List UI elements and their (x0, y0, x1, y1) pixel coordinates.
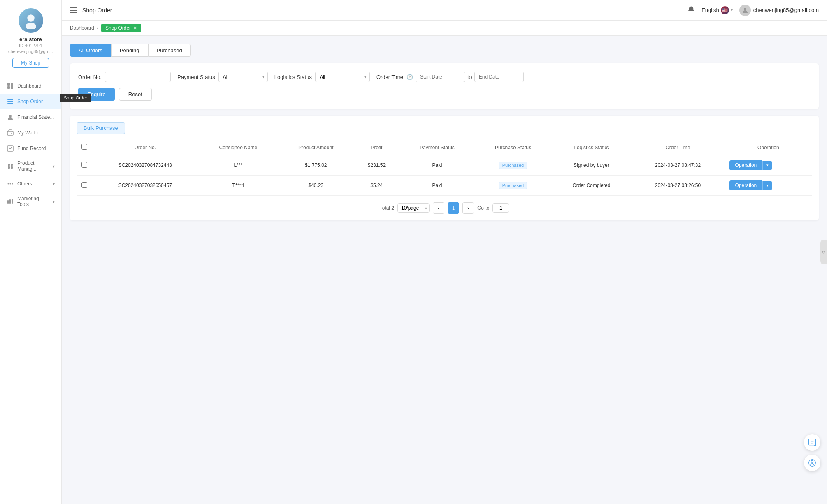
lang-label: English (702, 7, 719, 13)
svg-rect-6 (7, 99, 13, 100)
table-panel: Bulk Purchase Order No. Consignee Name P… (70, 116, 819, 220)
svg-rect-21 (12, 199, 13, 204)
shop-order-tag-label: Shop Order (105, 25, 131, 31)
order-no-label: Order No. (78, 74, 102, 80)
select-all-checkbox[interactable] (81, 144, 87, 150)
avatar (19, 8, 43, 33)
next-page-button[interactable]: › (462, 202, 474, 214)
row-profit: $231.52 (353, 155, 400, 176)
store-name: era store (19, 36, 42, 42)
header-title: Shop Order (82, 7, 112, 14)
page-1-button[interactable]: 1 (448, 202, 459, 214)
tab-all-orders[interactable]: All Orders (70, 44, 111, 57)
svg-point-17 (10, 183, 11, 185)
svg-rect-20 (9, 199, 11, 204)
payment-status-select[interactable]: All Paid Unpaid (218, 72, 268, 82)
sidebar-item-marketing[interactable]: Marketing Tools ▾ (0, 192, 61, 211)
order-no-input[interactable] (105, 72, 171, 82)
end-date-input[interactable] (474, 72, 524, 82)
store-email: chenwenjing85@gm... (8, 49, 53, 54)
breadcrumb-shop-order-tag[interactable]: Shop Order ✕ (101, 24, 141, 32)
svg-rect-4 (7, 86, 10, 89)
scroll-indicator[interactable]: ⟳ (820, 240, 827, 264)
sidebar-item-others[interactable]: Others ▾ (0, 176, 61, 192)
search-actions: Enquire Reset (78, 88, 811, 101)
per-page-select[interactable]: 10/page 20/page 50/page (397, 203, 430, 213)
row-checkbox-1[interactable] (81, 182, 87, 188)
goto-label: Go to (477, 205, 489, 211)
svg-rect-5 (11, 86, 13, 89)
fund-icon (7, 145, 14, 152)
col-logistics-status: Logistics Status (552, 140, 632, 155)
prev-page-button[interactable]: ‹ (433, 202, 444, 214)
search-row: Order No. Payment Status All Paid Unpaid (78, 72, 811, 82)
svg-rect-12 (8, 164, 10, 166)
svg-rect-7 (7, 101, 13, 102)
wallet-icon (7, 129, 14, 136)
start-date-input[interactable] (416, 72, 465, 82)
my-shop-button[interactable]: My Shop (12, 58, 49, 68)
operation-dropdown-0[interactable]: ▾ (762, 161, 772, 170)
sidebar-item-fund[interactable]: Fund Record (0, 141, 61, 156)
row-payment-status: Paid (400, 155, 475, 176)
col-operation: Operation (725, 140, 812, 155)
svg-point-9 (9, 115, 12, 117)
col-purchase-status: Purchase Status (474, 140, 551, 155)
reset-button[interactable]: Reset (119, 88, 152, 101)
operation-btn-group: Operation ▾ (729, 180, 807, 190)
support-feedback-icon[interactable] (804, 455, 820, 471)
svg-point-22 (744, 8, 746, 10)
table-header: Order No. Consignee Name Product Amount … (77, 140, 812, 155)
row-operation: Operation ▾ (725, 155, 812, 176)
orders-table: Order No. Consignee Name Product Amount … (77, 140, 812, 196)
user-email: chenwenjing85@gmail.com (753, 7, 819, 13)
sidebar-item-wallet[interactable]: My Wallet (0, 125, 61, 141)
sidebar-item-dashboard[interactable]: Dashboard (0, 78, 61, 94)
chat-feedback-icon[interactable] (804, 434, 820, 451)
logistics-status-select[interactable]: All Signed by buyer Order Completed (315, 72, 370, 82)
dashboard-label: Dashboard (70, 25, 94, 31)
notification-bell[interactable] (688, 6, 695, 14)
bulk-purchase-button[interactable]: Bulk Purchase (77, 122, 125, 134)
svg-rect-13 (11, 164, 13, 166)
grid-icon (7, 82, 14, 90)
chevron-right-icon: › (97, 26, 98, 30)
breadcrumb: Dashboard › Shop Order ✕ (62, 21, 827, 36)
sidebar-item-label: Shop Order (17, 99, 43, 104)
sidebar-item-shop-order[interactable]: Shop Order Shop Order (0, 94, 61, 109)
language-selector[interactable]: English 🇺🇸 ▾ (702, 6, 733, 14)
row-checkbox-0[interactable] (81, 162, 87, 168)
logistics-status-select-wrapper: All Signed by buyer Order Completed (315, 72, 370, 82)
sidebar-nav: Dashboard Shop Order Shop Order Financia… (0, 78, 61, 211)
chevron-down-icon: ▾ (731, 8, 733, 12)
sidebar-item-product[interactable]: Product Manag... ▾ (0, 156, 61, 176)
payment-status-field: Payment Status All Paid Unpaid (177, 72, 268, 82)
table-row: SC20240327084732443 L*** $1,775.02 $231.… (77, 155, 812, 176)
sidebar-item-financial[interactable]: Financial State... (0, 109, 61, 125)
svg-point-26 (811, 460, 813, 462)
operation-button-1[interactable]: Operation (729, 180, 763, 190)
row-order-time: 2024-03-27 08:47:32 (631, 155, 724, 176)
col-consignee: Consignee Name (198, 140, 278, 155)
logistics-status-field: Logistics Status All Signed by buyer Ord… (274, 72, 370, 82)
goto-input[interactable] (492, 203, 509, 213)
per-page-select-wrapper: 10/page 20/page 50/page (397, 203, 430, 213)
header: Shop Order English 🇺🇸 ▾ (62, 0, 827, 21)
col-order-no: Order No. (92, 140, 198, 155)
marketing-icon (7, 198, 14, 205)
tab-pending[interactable]: Pending (111, 44, 148, 57)
row-order-no: SC20240327084732443 (92, 155, 198, 176)
operation-dropdown-1[interactable]: ▾ (762, 181, 772, 190)
col-order-time: Order Time (631, 140, 724, 155)
user-menu[interactable]: chenwenjing85@gmail.com (739, 5, 819, 16)
row-product-amount: $1,775.02 (278, 155, 353, 176)
row-purchase-status: Purchased (474, 155, 551, 176)
payment-status-select-wrapper: All Paid Unpaid (218, 72, 268, 82)
tab-purchased[interactable]: Purchased (148, 44, 191, 57)
user-avatar (739, 5, 751, 16)
operation-button-0[interactable]: Operation (729, 160, 763, 170)
svg-rect-14 (8, 166, 10, 169)
hamburger-menu[interactable] (70, 7, 77, 13)
close-icon[interactable]: ✕ (133, 25, 137, 31)
breadcrumb-dashboard[interactable]: Dashboard › (70, 25, 98, 31)
